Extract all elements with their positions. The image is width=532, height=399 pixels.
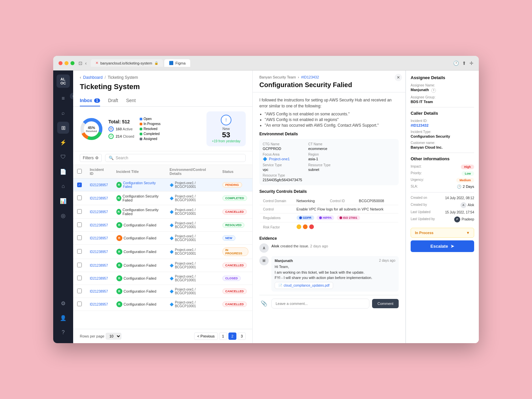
donut-chart: 45% Resolved — [80, 117, 103, 141]
row-checkbox[interactable] — [77, 289, 82, 293]
sidebar-item-docs[interactable]: 📄 — [57, 166, 69, 178]
table-row[interactable]: ID21238957 RConfiguration Security Falie… — [73, 192, 252, 205]
created-on-row: Created on 14 July 2022, 08:12 — [411, 196, 474, 200]
table-row[interactable]: ID21238957 RConfiguration Failed 🔷Projec… — [73, 272, 252, 285]
table-row[interactable]: ID21238957 RConfiguration Failed 🔷Projec… — [73, 232, 252, 245]
row-checkbox[interactable] — [77, 235, 82, 240]
sidebar-item-bolt[interactable]: ⚡ — [57, 136, 69, 148]
sidebar-item-shield[interactable]: 🛡 — [57, 151, 69, 163]
env-icon: 🔷 — [170, 236, 174, 240]
new-tab-icon[interactable]: ✛ — [469, 61, 473, 66]
close-detail-button[interactable]: ✕ — [395, 74, 402, 81]
search-box[interactable]: 🔍 Search — [105, 154, 246, 162]
attachment-icon[interactable]: 📎 — [259, 299, 269, 308]
detail-breadcrumb: Banyan Security Team › #ID123432 — [259, 75, 399, 79]
page-2-btn[interactable]: 2 — [228, 332, 236, 340]
maximize-button[interactable] — [70, 61, 74, 65]
breadcrumb-back-icon[interactable]: ‹ — [80, 75, 81, 80]
tab-inbox[interactable]: Inbox 1 — [80, 95, 100, 106]
page-controls: < Previous 1 2 3 — [194, 332, 246, 340]
filter-button[interactable]: Filters ⚙ — [80, 154, 102, 162]
sidebar-item-menu[interactable]: ≡ — [57, 92, 69, 104]
row-checkbox[interactable] — [77, 263, 82, 267]
row-checkbox[interactable] — [77, 196, 82, 200]
row-type-icon: R — [116, 222, 122, 228]
row-type-icon: R — [116, 288, 122, 294]
control-domain-label: Control Domain — [260, 197, 293, 205]
breadcrumb-dashboard[interactable]: Dashboard — [83, 75, 103, 80]
back-icon[interactable]: ‹ — [85, 61, 87, 66]
alok-action: created the issue. — [280, 244, 310, 248]
history-icon[interactable]: 🕐 — [453, 61, 459, 66]
resolved-dot — [140, 128, 142, 130]
row-title: Configuration Failed — [124, 250, 156, 254]
risk-dot-yellow — [297, 224, 301, 229]
row-checkbox[interactable] — [77, 302, 82, 306]
table-row[interactable]: ID21238957 RConfiguration Failed 🔷Projec… — [73, 219, 252, 232]
close-button[interactable] — [59, 61, 63, 65]
page-3-btn[interactable]: 3 — [238, 332, 246, 340]
row-checkbox[interactable] — [77, 209, 82, 214]
attachment-link[interactable]: 📄 cloud_compliance_updates.pdf — [275, 282, 333, 289]
sidebar-item-help[interactable]: ? — [57, 327, 69, 338]
incident-id: ID21238957 — [90, 303, 108, 306]
control-domain-value: Networking — [293, 197, 327, 205]
env-detail: Project-one1 / BCGCP10001 — [175, 288, 214, 295]
send-icon: ➤ — [451, 244, 454, 249]
sidebar-item-user[interactable]: 👤 — [57, 312, 69, 324]
table-row[interactable]: ID21238957 RConfiguration Failed 🔷Projec… — [73, 259, 252, 272]
assignee-name-value: Manjunath ? — [411, 88, 474, 93]
tab-close-icon[interactable]: 🔒 — [154, 61, 158, 65]
sidebar-item-circle[interactable]: ◎ — [57, 209, 69, 221]
tab-sent[interactable]: Sent — [126, 95, 136, 106]
last-updated-by-avatar: P — [454, 216, 460, 222]
rows-select[interactable]: 10 25 50 — [106, 333, 121, 339]
comment-input[interactable] — [271, 299, 369, 309]
risk-factor-label: Risk Factor — [260, 222, 293, 232]
row-type-icon: R — [116, 195, 121, 201]
table-row[interactable]: ID21238957 RConfiguration Failed 🔷Projec… — [73, 298, 252, 311]
reg-hippa: HIPPA — [317, 215, 334, 220]
sidebar-item-grid[interactable]: ⊞ — [57, 122, 69, 134]
comment-input-row: 📎 Comment — [259, 295, 399, 309]
sidebar-toggle-icon[interactable]: ⊡ — [78, 61, 82, 66]
incident-type-value: Configuration Security — [411, 134, 474, 138]
env-info-grid: CTG Name GCPPROD CT Name ecommerce Focus… — [259, 139, 399, 185]
assigned-dot — [140, 138, 142, 140]
env-icon: 🔷 — [170, 277, 174, 280]
table-row[interactable]: ✓ ID21238957 R Configuration Security Fa… — [73, 179, 252, 192]
escalate-button[interactable]: Escalate ➤ — [411, 240, 474, 252]
share-icon[interactable]: ⬆ — [462, 61, 466, 66]
tab-figma[interactable]: 🟦 Figma — [164, 59, 191, 67]
sidebar-item-search[interactable]: ⌕ — [57, 107, 69, 119]
page-1-btn[interactable]: 1 — [219, 332, 227, 340]
tab-ticketing[interactable]: ✕ banyancloud.io/ticketing-system 🔒 — [91, 59, 163, 67]
table-row[interactable]: ID21238957 RConfiguration Failed 🔷Projec… — [73, 285, 252, 298]
minimize-button[interactable] — [65, 61, 68, 65]
status-badge-resolved: RESOLVED — [222, 222, 245, 228]
sidebar-item-settings[interactable]: ⚙ — [57, 297, 69, 309]
table-row[interactable]: ID21238957 RConfiguration Security Falie… — [73, 205, 252, 219]
legend-inprogress: In Progress — [140, 122, 161, 126]
sidebar-item-home[interactable]: ⌂ — [57, 180, 69, 192]
sidebar-item-chart[interactable]: 📊 — [57, 195, 69, 207]
incident-id: ID21238957 — [90, 264, 108, 267]
select-all-checkbox[interactable] — [77, 169, 82, 174]
table-row[interactable]: ID21238957 RConfiguration Failed 🔷Projec… — [73, 245, 252, 259]
env-detail: Project-one1 / BCGCP10001 — [175, 275, 214, 282]
tab-draft[interactable]: Draft — [108, 95, 118, 106]
row-checkbox[interactable] — [77, 222, 82, 227]
prev-page-btn[interactable]: < Previous — [194, 332, 217, 340]
divider-1 — [411, 107, 474, 107]
impact-badge: High — [461, 165, 474, 169]
comment-submit-button[interactable]: Comment — [372, 299, 399, 308]
status-badge-cancelled: CANCELLED — [222, 209, 247, 214]
rows-per-page: Rows per page 10 25 50 — [80, 333, 121, 339]
row-checkbox[interactable] — [77, 249, 82, 254]
main-panel: ‹ Dashboard / Ticketing System Ticketing… — [73, 70, 253, 343]
row-checkbox-checked[interactable]: ✓ — [77, 183, 82, 187]
status-dropdown[interactable]: In Process ▼ — [411, 228, 474, 238]
alok-name: Alok — [271, 244, 279, 248]
row-checkbox[interactable] — [77, 276, 82, 280]
bullet-2: "AWS Config is not enabled in all region… — [265, 117, 399, 122]
